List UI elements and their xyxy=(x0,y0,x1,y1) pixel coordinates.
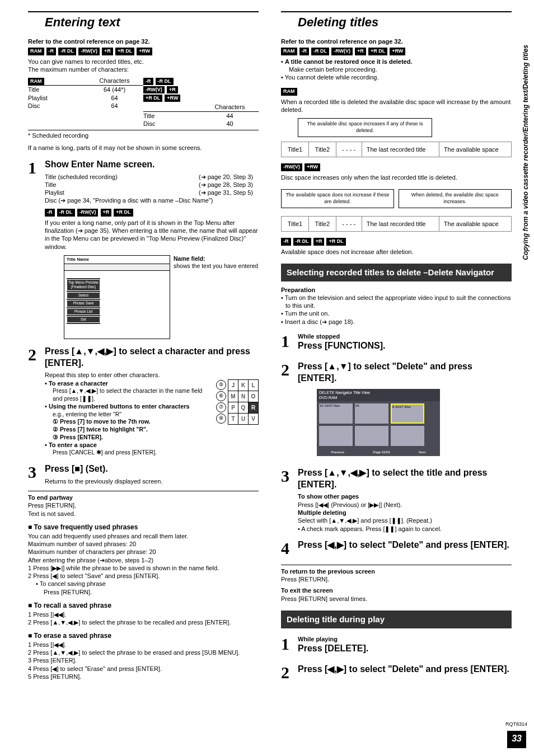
sub-head: To show other pages xyxy=(298,492,512,500)
intro-line: You can give names to recorded titles, e… xyxy=(28,58,259,65)
subsection-delete-during-play: Deleting title during play xyxy=(281,611,512,628)
diagram-item: Set xyxy=(67,316,100,323)
sub-bullet: • To erase a character xyxy=(45,379,212,387)
ref-key: Title xyxy=(45,181,56,189)
cell: 44 xyxy=(201,112,259,120)
bullet: • Insert a disc (➔ page 18). xyxy=(281,318,512,326)
line: After entering the phrase (➔above, steps… xyxy=(28,556,259,564)
column-deleting-titles: Deleting titles Refer to the control ref… xyxy=(270,11,517,683)
step-number: 3 xyxy=(281,465,298,533)
badge: +RW xyxy=(305,163,320,171)
badge: +R DL xyxy=(368,48,387,55)
cell: - - - - xyxy=(336,216,362,231)
step-number: 2 xyxy=(28,344,45,457)
title-name-diagram: Title Name Top Menu Preview (Finalized D… xyxy=(64,255,170,339)
section-title-entering: Entering text xyxy=(28,15,259,31)
step-number: 1 xyxy=(281,330,298,354)
badge: +R DL xyxy=(115,48,134,55)
step-line: e.g., entering the letter "R" xyxy=(45,411,212,419)
intro-line: The maximum number of characters: xyxy=(28,65,259,73)
line: Disc space increases only when the last … xyxy=(281,173,512,181)
badge: +R xyxy=(102,48,113,55)
cell: Title xyxy=(28,86,86,93)
side-tab-label: Copying from a video cassette recorder/E… xyxy=(522,45,531,260)
thumb: 10 10/27 Mon xyxy=(319,403,353,424)
line: Make certain before proceeding. xyxy=(281,65,512,73)
step-line: ② Press [7] twice to highlight "R". xyxy=(45,426,212,434)
line: 5 Press [RETURN]. xyxy=(28,673,259,680)
ref-line: Refer to the control reference on page 3… xyxy=(281,37,512,45)
callout-no-increase: The available space does not increase if… xyxy=(281,189,394,208)
line: 1 Press [|◀◀]. xyxy=(28,641,259,649)
step-title: Press [◀,▶] to select "Delete" and press… xyxy=(298,664,512,675)
step-number: 2 xyxy=(281,661,298,683)
thumb xyxy=(319,426,353,446)
step-title: Press [■] (Set). xyxy=(45,463,259,475)
nav-page: Page 02/02 xyxy=(373,450,390,455)
ref-line: Refer to the control reference on page 3… xyxy=(28,37,259,45)
ref-key: Title (scheduled recording) xyxy=(45,173,118,181)
ref-val: (➔ page 20, Step 3) xyxy=(199,173,253,181)
badge: +RW xyxy=(390,48,405,55)
badge: -RW(V) xyxy=(281,163,302,171)
bullet: • Turn on the television and select the … xyxy=(281,294,512,310)
badge: -RW(V) xyxy=(143,86,165,94)
line: Press [RETURN]. xyxy=(281,575,512,583)
thumb-selected: 8 10/27 Mon xyxy=(391,403,424,424)
line: • To cancel saving phrase xyxy=(28,580,259,588)
badge: -RW(V) xyxy=(331,48,353,55)
step-title: Press [▲,▼,◀,▶] to select the title and … xyxy=(298,467,512,491)
line: • A check mark appears. Press [❚❚] again… xyxy=(298,525,512,533)
step-number: 1 xyxy=(28,157,45,339)
step-title: Press [▲,▼,◀,▶] to select a character an… xyxy=(45,346,259,369)
format-badges: RAM -R -R DL -RW(V) +R +R DL +RW xyxy=(28,47,259,55)
callout-increase-on-delete: When deleted, the available disc space i… xyxy=(399,189,512,208)
sub-head: To end partway xyxy=(28,494,259,501)
step-pre: While playing xyxy=(298,635,512,643)
step-title: Show Enter Name screen. xyxy=(45,159,259,171)
callout-increase: The available disc space increases if an… xyxy=(298,118,432,137)
sub-head: To exit the screen xyxy=(281,586,512,594)
nav-prev: Previous xyxy=(331,450,344,455)
sub-bullet: • Using the numbered buttons to enter ch… xyxy=(45,402,212,410)
nav-next: Next xyxy=(419,450,425,455)
cell: Title1 xyxy=(282,142,309,157)
badge: +RW xyxy=(165,95,180,102)
badge: -R DL xyxy=(293,238,311,246)
badge: +R xyxy=(101,209,112,217)
step-line: ① Press [7] to move to the 7th row. xyxy=(45,418,212,426)
badge: -R xyxy=(45,209,55,217)
sub-head-save: To save frequently used phrases xyxy=(28,523,259,532)
sub-head: To return to the previous screen xyxy=(281,567,512,575)
badge: -R xyxy=(281,238,291,246)
cell: Title xyxy=(143,112,201,120)
doc-id: RQT8314 xyxy=(505,721,527,728)
bullet: • Turn the unit on. xyxy=(281,309,512,317)
step-number: 4 xyxy=(281,537,298,559)
col-header: Characters xyxy=(201,103,259,111)
cell: - - - - xyxy=(336,142,362,157)
badge: +R xyxy=(313,238,325,246)
note: If a name is long, parts of it may not b… xyxy=(28,144,259,152)
badge: +RW xyxy=(137,48,152,55)
line: Text is not saved. xyxy=(28,510,259,518)
line: 3 Press [ENTER]. xyxy=(28,656,259,664)
line: When a recorded title is deleted the ava… xyxy=(281,98,512,114)
line: 1 Press [|◀◀]. xyxy=(28,611,259,618)
badge: +R DL xyxy=(114,209,133,217)
cell: 64 xyxy=(86,102,143,110)
diagram-item: Phrase Save xyxy=(67,300,100,307)
step-number: 2 xyxy=(281,359,298,461)
cell: The available space xyxy=(439,142,511,157)
page-number: 33 xyxy=(507,731,526,748)
step-line: Returns to the previously displayed scre… xyxy=(45,477,259,485)
diagram-item: Select xyxy=(67,292,100,299)
subsection-delete-navigator: Selecting recorded titles to delete –Del… xyxy=(281,264,512,281)
line: Maximum number of characters per phrase:… xyxy=(28,548,259,556)
badge: RAM xyxy=(28,48,44,55)
step-line: Press [CANCEL ✱] and press [ENTER]. xyxy=(45,449,212,457)
cell: Playlist xyxy=(28,94,86,102)
step-para: If you enter a long name, only part of i… xyxy=(45,219,259,251)
badge: -R DL xyxy=(57,209,75,217)
col-header: Characters xyxy=(86,77,143,85)
